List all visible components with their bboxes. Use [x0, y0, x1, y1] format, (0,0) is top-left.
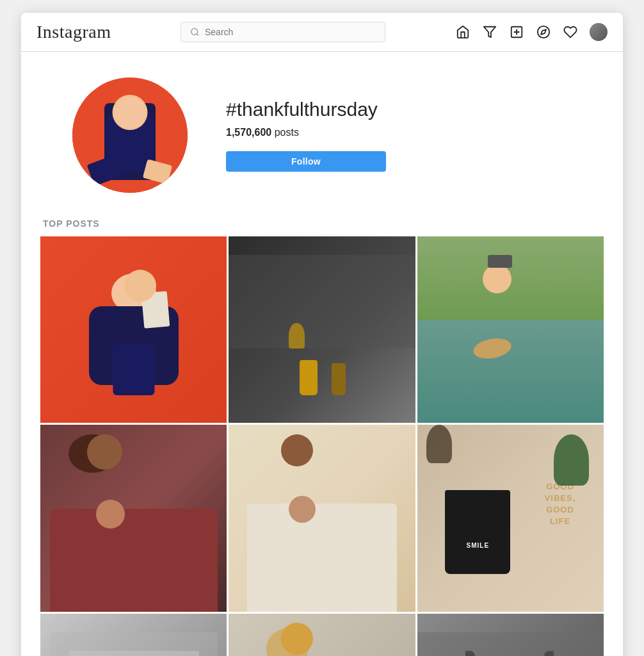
profile-info: #thankfulthursday 1,570,600 posts Follow — [226, 99, 584, 172]
search-input[interactable] — [205, 27, 376, 37]
post-thumb[interactable] — [40, 236, 227, 423]
good-vibes-text: GOODVIBES,GOODLIFE — [545, 481, 576, 528]
svg-marker-7 — [541, 29, 546, 35]
search-icon — [190, 27, 200, 37]
posts-count-number: 1,570,600 — [226, 127, 271, 138]
post-thumb[interactable] — [229, 425, 415, 611]
add-post-icon[interactable] — [509, 24, 524, 40]
top-posts-label: Top posts — [40, 218, 604, 229]
compass-icon[interactable] — [536, 24, 551, 40]
post-thumb[interactable] — [40, 614, 227, 656]
browser-window: Instagram — [21, 13, 623, 656]
svg-line-1 — [197, 34, 198, 36]
post-thumb[interactable] — [417, 236, 604, 423]
profile-section: #thankfulthursday 1,570,600 posts Follow — [21, 52, 623, 218]
heart-icon[interactable] — [563, 24, 578, 40]
avatar-photo — [72, 78, 188, 193]
follow-button[interactable]: Follow — [226, 151, 386, 172]
nav-icons — [455, 23, 608, 41]
nav-bar: Instagram — [21, 13, 623, 52]
posts-label: posts — [275, 127, 299, 138]
post-thumb[interactable] — [229, 236, 415, 423]
search-bar[interactable] — [181, 22, 385, 42]
posts-count: 1,570,600 posts — [226, 127, 584, 138]
post-thumb[interactable] — [229, 614, 415, 656]
posts-section: Top posts — [21, 218, 623, 656]
svg-point-6 — [538, 26, 549, 38]
hashtag-title: #thankfulthursday — [226, 99, 584, 120]
post-thumb[interactable] — [40, 425, 227, 611]
hashtag-avatar — [72, 78, 188, 193]
post-thumb[interactable]: GOODVIBES,GOODLIFE — [417, 425, 604, 611]
user-avatar[interactable] — [590, 23, 608, 41]
post-thumb[interactable] — [417, 614, 604, 656]
svg-point-0 — [191, 28, 198, 35]
filter-icon[interactable] — [482, 24, 497, 40]
instagram-logo[interactable]: Instagram — [36, 22, 111, 42]
home-icon[interactable] — [455, 24, 471, 40]
posts-grid: GOODVIBES,GOODLIFE — [40, 236, 604, 656]
svg-marker-2 — [484, 27, 495, 38]
